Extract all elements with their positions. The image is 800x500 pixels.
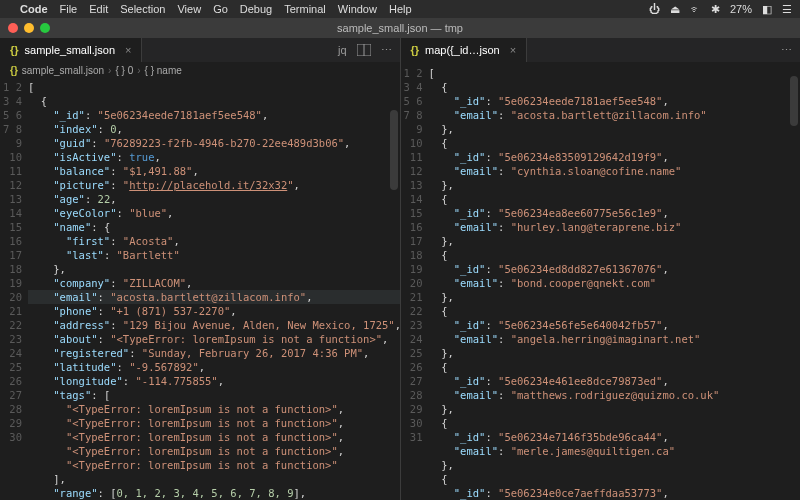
chevron-right-icon: ›: [108, 65, 111, 76]
chevron-right-icon: ›: [137, 65, 140, 76]
menu-help[interactable]: Help: [389, 3, 412, 15]
menu-file[interactable]: File: [60, 3, 78, 15]
left-editor-pane: {} sample_small.json × jq ⋯ {} sample_sm…: [0, 38, 401, 500]
close-tab-icon[interactable]: ×: [510, 44, 516, 56]
status-icon[interactable]: ᯤ: [690, 3, 701, 15]
left-gutter: 1 2 3 4 5 6 7 8 9 10 11 12 13 14 15 16 1…: [0, 80, 28, 500]
json-file-icon: {}: [411, 44, 420, 56]
left-code[interactable]: [ { "_id": "5e06234eede7181aef5ee548", "…: [28, 80, 400, 500]
mac-menu-items: FileEditSelectionViewGoDebugTerminalWind…: [60, 3, 412, 15]
breadcrumb-item[interactable]: sample_small.json: [22, 65, 104, 76]
json-file-icon: {}: [10, 65, 18, 76]
mac-status-icons: ⏻⏏ᯤ✱27%◧☰: [649, 3, 792, 16]
mac-menubar: Code FileEditSelectionViewGoDebugTermina…: [0, 0, 800, 18]
right-scrollbar[interactable]: [790, 76, 798, 126]
left-breadcrumb[interactable]: {} sample_small.json › { } 0 › { } name: [0, 62, 400, 80]
app-name[interactable]: Code: [20, 3, 48, 15]
left-scrollbar[interactable]: [390, 110, 398, 190]
close-tab-icon[interactable]: ×: [125, 44, 131, 56]
tab-sample-small-json[interactable]: {} sample_small.json ×: [0, 38, 142, 62]
split-editor-icon[interactable]: [357, 44, 371, 56]
tab-actions: jq ⋯: [330, 38, 400, 62]
left-tabbar: {} sample_small.json × jq ⋯: [0, 38, 400, 62]
menu-view[interactable]: View: [177, 3, 201, 15]
tab-map-json[interactable]: {} map({_id…json ×: [401, 38, 528, 62]
status-icon[interactable]: ⏏: [670, 3, 680, 16]
menu-debug[interactable]: Debug: [240, 3, 272, 15]
tab-label: map({_id…json: [425, 44, 500, 56]
tab-actions: ⋯: [773, 38, 800, 62]
window-titlebar: sample_small.json — tmp: [0, 18, 800, 38]
menu-terminal[interactable]: Terminal: [284, 3, 326, 15]
left-editor[interactable]: 1 2 3 4 5 6 7 8 9 10 11 12 13 14 15 16 1…: [0, 80, 400, 500]
json-file-icon: {}: [10, 44, 19, 56]
menu-go[interactable]: Go: [213, 3, 228, 15]
menu-edit[interactable]: Edit: [89, 3, 108, 15]
jq-action[interactable]: jq: [338, 44, 347, 56]
window-title: sample_small.json — tmp: [0, 22, 800, 34]
more-actions-icon[interactable]: ⋯: [381, 44, 392, 57]
menu-selection[interactable]: Selection: [120, 3, 165, 15]
menu-window[interactable]: Window: [338, 3, 377, 15]
right-gutter: 1 2 3 4 5 6 7 8 9 10 11 12 13 14 15 16 1…: [401, 66, 429, 500]
breadcrumb-item[interactable]: { } 0: [115, 65, 133, 76]
status-icon[interactable]: ⏻: [649, 3, 660, 15]
right-code[interactable]: [ { "_id": "5e06234eede7181aef5ee548", "…: [429, 66, 801, 500]
tab-label: sample_small.json: [25, 44, 115, 56]
right-editor[interactable]: 1 2 3 4 5 6 7 8 9 10 11 12 13 14 15 16 1…: [401, 66, 801, 500]
more-actions-icon[interactable]: ⋯: [781, 44, 792, 57]
status-icon[interactable]: ◧: [762, 3, 772, 16]
right-tabbar: {} map({_id…json × ⋯: [401, 38, 801, 62]
status-icon[interactable]: ✱: [711, 3, 720, 16]
right-editor-pane: {} map({_id…json × ⋯ 1 2 3 4 5 6 7 8 9 1…: [401, 38, 801, 500]
status-icon[interactable]: 27%: [730, 3, 752, 15]
workspace: {} sample_small.json × jq ⋯ {} sample_sm…: [0, 38, 800, 500]
breadcrumb-item[interactable]: { } name: [145, 65, 182, 76]
status-icon[interactable]: ☰: [782, 3, 792, 16]
